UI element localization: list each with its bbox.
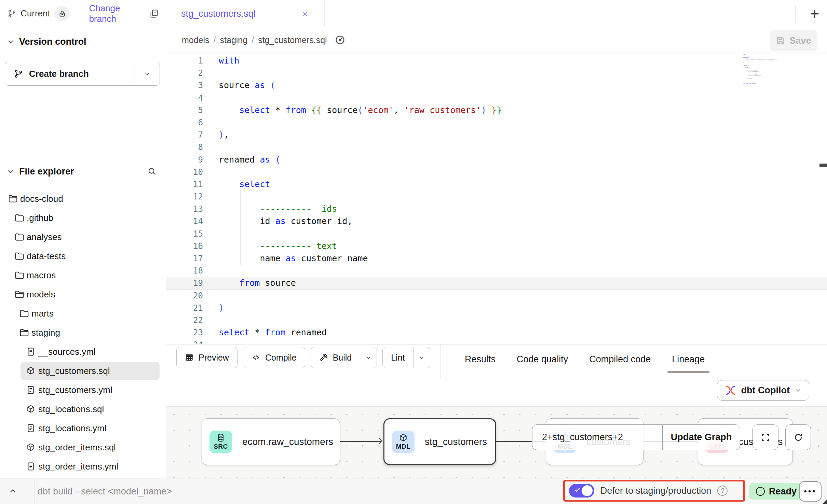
gauge-icon[interactable]: [335, 34, 345, 45]
code-editor[interactable]: 1with23source as (45 select * from {{ so…: [166, 53, 827, 344]
tab-stg-customers-sql[interactable]: stg_customers.sql: [166, 0, 325, 28]
change-branch-link[interactable]: Change branch: [89, 3, 149, 24]
file-item-stg-locations-yml[interactable]: stg_locations.yml: [0, 419, 163, 438]
file-explorer-header[interactable]: File explorer: [0, 163, 166, 180]
code-line-21[interactable]: 21): [166, 302, 827, 314]
code-line-9[interactable]: 9renamed as (: [166, 154, 827, 166]
update-graph-button[interactable]: Update Graph: [663, 425, 740, 450]
code-line-16[interactable]: 16 ---------- text: [166, 240, 827, 252]
indent-guide: [240, 252, 241, 265]
code-line-5[interactable]: 5 select * from {{ source('ecom', 'raw_c…: [166, 104, 827, 116]
code-line-13[interactable]: 13 ---------- ids: [166, 203, 827, 215]
code-line-4[interactable]: 4: [166, 92, 827, 104]
file-item-label: data-tests: [27, 251, 66, 262]
file-item-label: analyses: [27, 232, 62, 242]
code-line-14[interactable]: 14 id as customer_id,: [166, 215, 827, 227]
code-line-12[interactable]: 12: [166, 191, 827, 203]
build-button[interactable]: Build: [311, 347, 377, 368]
copy-icon[interactable]: [149, 9, 159, 18]
create-branch-button[interactable]: Create branch: [5, 62, 160, 86]
file-item-label: stg_customers.sql: [38, 366, 110, 376]
compile-button[interactable]: Compile: [243, 347, 305, 368]
tab-lineage[interactable]: Lineage: [672, 354, 705, 365]
file-item-analyses[interactable]: analyses: [0, 227, 163, 247]
file-item-models[interactable]: models: [0, 285, 163, 304]
build-dropdown[interactable]: [360, 347, 377, 368]
refresh-button[interactable]: [785, 424, 811, 450]
command-input[interactable]: dbt build --select <model_name>: [38, 478, 172, 504]
file-icon: [26, 462, 36, 471]
breadcrumb-staging[interactable]: staging: [220, 35, 248, 45]
code-line-6[interactable]: 6: [166, 116, 827, 129]
file-item-docs-cloud[interactable]: docs-cloud: [0, 189, 163, 208]
minimap[interactable]: withsource as ( select * from {{ source(…: [743, 54, 786, 86]
dbt-copilot-button[interactable]: dbt Copilot: [717, 380, 809, 401]
code-line-20[interactable]: 20: [166, 290, 827, 302]
defer-toggle[interactable]: [569, 484, 594, 498]
version-control-header[interactable]: Version control: [0, 33, 166, 50]
create-branch-main[interactable]: Create branch: [5, 62, 135, 85]
file-item-macros[interactable]: macros: [0, 266, 163, 285]
code-line-11[interactable]: 11 select: [166, 178, 827, 191]
badge-label: SRC: [214, 443, 228, 450]
help-icon[interactable]: ?: [717, 486, 728, 496]
breadcrumb-file[interactable]: stg_customers.sql: [258, 35, 327, 45]
code-line-3[interactable]: 3source as (: [166, 79, 827, 92]
scrollbar-thumb[interactable]: [819, 164, 827, 167]
file-item--sources-yml[interactable]: __sources.yml: [0, 342, 163, 361]
preview-button[interactable]: Preview: [176, 347, 238, 368]
create-branch-dropdown[interactable]: [135, 62, 160, 85]
code-line-18[interactable]: 18: [166, 265, 827, 277]
lineage-node-stg-customers[interactable]: MDLstg_customers: [383, 418, 496, 465]
model-icon: [398, 433, 408, 443]
tab-compiled-code[interactable]: Compiled code: [589, 354, 651, 365]
code-line-8[interactable]: 8: [166, 141, 827, 153]
save-button[interactable]: Save: [770, 30, 817, 51]
lineage-selector-input[interactable]: 2+stg_customers+2: [532, 425, 662, 450]
lineage-selector: 2+stg_customers+2 Update Graph: [532, 424, 740, 450]
file-item-marts[interactable]: marts: [0, 304, 163, 323]
file-item-stg-customers-sql[interactable]: stg_customers.sql: [0, 361, 163, 380]
folder-icon: [14, 232, 25, 242]
fullscreen-button[interactable]: [753, 424, 778, 450]
chevron-up-icon[interactable]: [8, 487, 17, 495]
code-line-15[interactable]: 15: [166, 228, 827, 240]
more-options-button[interactable]: •••: [799, 481, 822, 502]
file-item-stg-order-items-yml[interactable]: stg_order_items.yml: [0, 457, 163, 476]
indent-guide: [240, 203, 241, 215]
new-tab-button[interactable]: +: [802, 0, 827, 27]
lineage-node-ecom-raw-customers[interactable]: SRCecom.raw_customers: [202, 418, 340, 465]
file-item-staging[interactable]: staging: [0, 323, 163, 342]
file-item-data-tests[interactable]: data-tests: [0, 247, 163, 266]
compile-label: Compile: [265, 353, 297, 363]
file-item--github[interactable]: .github: [0, 208, 163, 227]
tab-code-quality[interactable]: Code quality: [517, 354, 568, 365]
file-item-stg-customers-yml[interactable]: stg_customers.yml: [0, 380, 163, 400]
folder-icon: [19, 308, 29, 319]
lint-button[interactable]: Lint: [382, 347, 430, 368]
indent-guide: [220, 104, 220, 116]
line-content: source as (: [219, 79, 275, 92]
chevron-down-icon: [795, 387, 801, 394]
file-item-stg-order-items-sql[interactable]: stg_order_items.sql: [0, 438, 163, 457]
folder-icon: [14, 251, 25, 261]
code-line-24[interactable]: 24: [166, 339, 827, 344]
code-line-7[interactable]: 7),: [166, 129, 827, 141]
breadcrumb-models[interactable]: models: [182, 35, 209, 45]
lineage-graph[interactable]: SRCecom.raw_customersMDLstg_customersMDL…: [166, 406, 827, 478]
code-line-19[interactable]: 19 from source: [166, 277, 827, 289]
file-tree: docs-cloud.githubanalysesdata-testsmacro…: [0, 189, 163, 476]
indent-guide: [220, 203, 220, 215]
close-icon[interactable]: [301, 10, 309, 18]
file-item-stg-locations-sql[interactable]: stg_locations.sql: [0, 400, 163, 419]
code-line-2[interactable]: 2: [166, 67, 827, 79]
code-line-17[interactable]: 17 name as customer_name: [166, 252, 827, 265]
create-branch-label: Create branch: [29, 69, 89, 79]
lint-dropdown[interactable]: [414, 347, 430, 368]
code-line-22[interactable]: 22: [166, 314, 827, 326]
code-line-23[interactable]: 23select * from renamed: [166, 326, 827, 339]
tab-results[interactable]: Results: [465, 354, 496, 365]
code-line-10[interactable]: 10: [166, 166, 827, 178]
code-line-1[interactable]: 1with: [166, 55, 827, 67]
search-icon[interactable]: [147, 167, 157, 176]
